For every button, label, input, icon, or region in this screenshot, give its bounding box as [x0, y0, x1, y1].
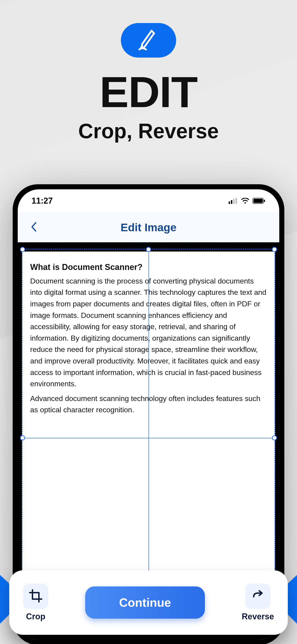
battery-icon [252, 198, 266, 204]
chevron-left-icon [30, 221, 38, 233]
svg-rect-7 [264, 200, 265, 202]
svg-rect-6 [254, 199, 263, 203]
status-bar: 11:27 [18, 189, 279, 212]
back-button[interactable] [27, 220, 41, 234]
hero-section: EDIT Crop, Reverse [0, 0, 297, 143]
continue-button[interactable]: Continue [85, 586, 205, 619]
reverse-icon [251, 589, 265, 604]
crop-icon [29, 589, 42, 604]
reverse-button[interactable]: Reverse [242, 584, 274, 622]
hero-subtitle: Crop, Reverse [0, 119, 297, 143]
screen-title: Edit Image [121, 221, 176, 234]
crop-handle[interactable] [146, 247, 151, 252]
document-heading: What is Document Scanner? [30, 261, 267, 274]
svg-rect-2 [233, 199, 234, 204]
hero-title: EDIT [0, 67, 297, 117]
cellular-icon [228, 198, 238, 204]
wifi-icon [241, 198, 249, 204]
crop-handle[interactable] [272, 247, 277, 252]
app-header: Edit Image [18, 212, 279, 242]
continue-label: Continue [119, 596, 171, 610]
document-paragraph: Document scanning is the process of conv… [30, 276, 267, 390]
document-paragraph: Advanced document scanning technology of… [30, 393, 267, 416]
crop-label: Crop [26, 612, 45, 622]
pen-sign-icon [136, 27, 161, 54]
svg-rect-3 [236, 198, 237, 204]
edit-badge [121, 23, 176, 58]
crop-handle[interactable] [20, 247, 25, 252]
svg-rect-1 [231, 200, 232, 204]
reverse-label: Reverse [242, 612, 274, 622]
svg-point-4 [244, 202, 246, 204]
crop-button[interactable]: Crop [23, 584, 48, 622]
bottom-toolbar: Crop Continue Reverse [9, 570, 288, 635]
svg-rect-0 [228, 202, 230, 204]
status-time: 11:27 [32, 196, 53, 206]
